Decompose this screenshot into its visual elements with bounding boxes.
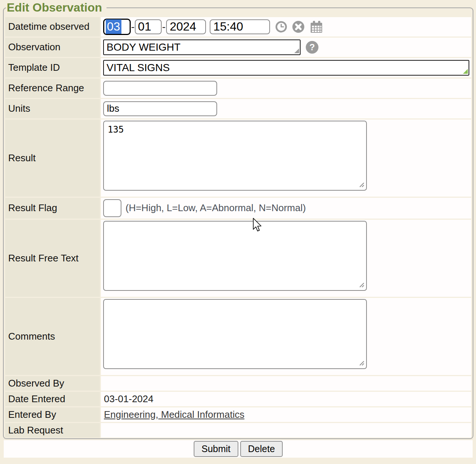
edit-observation-form: Edit Observation Datetime observed 03 - … (3, 1, 473, 439)
datetime-icon-group (275, 20, 323, 34)
datetime-observed-label: Datetime observed (5, 17, 100, 36)
template-id-value-cell (101, 58, 471, 77)
date-separator: - (131, 21, 134, 33)
row-comments: Comments (5, 298, 471, 375)
datetime-year-input[interactable] (166, 19, 206, 34)
template-id-label: Template ID (5, 58, 100, 77)
result-value-cell: 135 (101, 120, 471, 197)
row-observed-by: Observed By (5, 376, 471, 391)
observed-by-label: Observed By (5, 376, 100, 391)
comments-textarea[interactable] (103, 299, 367, 369)
observed-by-value-cell (101, 376, 471, 391)
date-entered-label: Date Entered (5, 392, 100, 406)
row-template-id: Template ID (5, 58, 471, 77)
result-free-text-value-cell (101, 220, 471, 297)
comments-value-cell (101, 298, 471, 375)
result-flag-input[interactable] (103, 199, 121, 217)
datetime-month-input[interactable]: 03 (103, 19, 131, 35)
delete-button[interactable]: Delete (240, 441, 283, 457)
row-datetime-observed: Datetime observed 03 - - (5, 17, 471, 36)
resize-handle-icon[interactable] (359, 360, 365, 368)
page-title: Edit Observation (6, 1, 107, 14)
date-entered-value-cell: 03-01-2024 (101, 392, 471, 406)
result-flag-hint: (H=High, L=Low, A=Abnormal, N=Normal) (126, 202, 306, 214)
row-result-free-text: Result Free Text (5, 220, 471, 297)
row-result-flag: Result Flag (H=High, L=Low, A=Abnormal, … (5, 198, 471, 219)
datetime-day-input[interactable] (135, 19, 162, 34)
result-flag-label: Result Flag (5, 198, 100, 219)
reference-range-value-cell (101, 79, 471, 98)
reference-range-label: Reference Range (5, 79, 100, 98)
date-entered-value: 03-01-2024 (103, 393, 153, 405)
date-separator: - (162, 21, 165, 33)
row-lab-request: Lab Request (5, 423, 471, 438)
row-result: Result 135 (5, 120, 471, 197)
result-label: Result (5, 120, 100, 197)
lab-request-label: Lab Request (5, 423, 100, 438)
help-icon[interactable]: ? (306, 41, 318, 54)
datetime-observed-value-cell: 03 - - (101, 17, 471, 36)
clock-icon[interactable] (275, 21, 287, 33)
reference-range-input[interactable] (103, 81, 217, 96)
template-id-input[interactable] (103, 60, 469, 76)
row-reference-range: Reference Range (5, 79, 471, 98)
observation-label: Observation (5, 38, 100, 57)
entered-by-label: Entered By (5, 407, 100, 422)
datetime-time-input[interactable] (210, 19, 270, 34)
resize-handle-icon[interactable] (359, 282, 365, 289)
units-label: Units (5, 99, 100, 118)
entered-by-value-cell: Engineering, Medical Informatics (101, 407, 471, 422)
observation-value-cell: ? (101, 38, 471, 57)
observation-input[interactable] (103, 39, 301, 55)
result-flag-value-cell: (H=High, L=Low, A=Abnormal, N=Normal) (101, 198, 471, 219)
submit-button[interactable]: Submit (194, 441, 238, 457)
comments-label: Comments (5, 298, 100, 375)
form-actions: Submit Delete (4, 440, 473, 458)
row-entered-by: Entered By Engineering, Medical Informat… (5, 407, 471, 422)
entered-by-link[interactable]: Engineering, Medical Informatics (103, 409, 244, 420)
units-input[interactable] (103, 101, 217, 116)
lab-request-value-cell (101, 423, 471, 438)
result-free-text-textarea[interactable] (103, 221, 367, 291)
result-textarea[interactable]: 135 (103, 121, 367, 191)
selected-text: 03 (106, 19, 121, 34)
result-free-text-label: Result Free Text (5, 220, 100, 297)
row-units: Units (5, 99, 471, 118)
resize-handle-icon[interactable] (359, 182, 365, 189)
units-value-cell (101, 99, 471, 118)
clear-icon[interactable] (292, 20, 305, 33)
row-observation: Observation ? (5, 38, 471, 57)
row-date-entered: Date Entered 03-01-2024 (5, 392, 471, 406)
calendar-icon[interactable] (310, 20, 323, 34)
